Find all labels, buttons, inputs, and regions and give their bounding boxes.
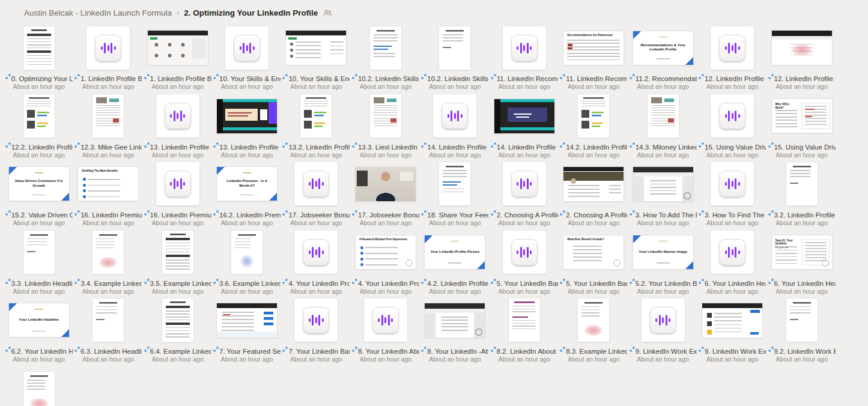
file-item[interactable]: Why VDCs Work? 15. Using Value Driven ..… xyxy=(767,91,836,159)
file-item[interactable]: 14. LinkedIn Profile Revi... About an ho… xyxy=(420,91,490,159)
file-item[interactable]: 12. LinkedIn Profile Revi... About an ho… xyxy=(767,23,836,91)
file-item[interactable]: What Else Should I Include? 5. Your Link… xyxy=(559,227,628,295)
audio-file-thumbnail[interactable] xyxy=(433,94,476,138)
file-item[interactable]: LinkedIn Premium - Is It Worth It? 16.2.… xyxy=(212,159,281,227)
slide-thumbnail[interactable]: Your LinkedIn Profile Picture xyxy=(425,235,485,269)
audio-file-thumbnail[interactable] xyxy=(156,162,199,205)
document-thumbnail[interactable] xyxy=(23,372,55,406)
file-item[interactable]: 2. Choosing A Profile Co... About an hou… xyxy=(559,159,628,227)
file-item[interactable] xyxy=(4,363,73,406)
audio-file-thumbnail[interactable] xyxy=(711,162,754,205)
file-item[interactable]: 3.6. Example LinkedIn Pr... About an hou… xyxy=(212,227,281,295)
file-item[interactable]: 9.2. LinkedIn Work Expe... About an hour… xyxy=(767,295,836,363)
file-item[interactable]: 10.2. Linkedin Skills & E... About an ho… xyxy=(351,23,420,91)
file-item[interactable]: 13.3. Liesl LinkedIn Profi... About an h… xyxy=(351,91,420,159)
file-item[interactable]: 18. Share Your Feedbac... About an hour … xyxy=(420,159,490,227)
audio-file-thumbnail[interactable] xyxy=(503,231,546,274)
document-thumbnail[interactable] xyxy=(786,162,818,205)
file-item[interactable]: 3.3. LinkedIn Headline K... About an hou… xyxy=(4,227,73,295)
file-item[interactable]: 12.2. LinkedIn Profile Re... About an ho… xyxy=(4,91,73,159)
document-thumbnail[interactable] xyxy=(162,298,193,342)
file-item[interactable]: 7. Your Featured Section... About an hou… xyxy=(212,295,281,363)
video-thumbnail[interactable] xyxy=(286,31,346,65)
file-item[interactable]: 14. LinkedIn Profile Revi... About an ho… xyxy=(490,91,559,159)
document-thumbnail[interactable] xyxy=(300,94,332,138)
video-thumbnail[interactable] xyxy=(563,167,624,201)
audio-file-thumbnail[interactable] xyxy=(711,94,754,138)
document-thumbnail[interactable] xyxy=(231,231,263,274)
file-item[interactable]: 8. Your LinkedIn About ... About an hour… xyxy=(351,295,420,363)
file-item[interactable]: Your LinkedIn Profile Picture 4.2. Linke… xyxy=(420,227,490,295)
document-thumbnail[interactable] xyxy=(439,26,470,70)
file-item[interactable]: A Research-Backed First Impression 4. Yo… xyxy=(351,227,420,295)
slide-thumbnail[interactable]: Your LinkedIn Banner Image xyxy=(633,235,693,269)
slide-thumbnail[interactable]: Recommendations & Your LinkedIn Profile xyxy=(633,31,693,65)
slide-thumbnail[interactable]: LinkedIn Premium - Is It Worth It? xyxy=(217,167,277,201)
file-item[interactable]: Your LinkedIn Banner Image 5.2. Your Lin… xyxy=(628,227,697,295)
document-thumbnail[interactable] xyxy=(578,94,609,138)
file-item[interactable]: 12.3. Mike Gee LinkedIn... About an hour… xyxy=(73,91,142,159)
document-thumbnail[interactable] xyxy=(93,298,124,342)
file-item[interactable]: Recommendations & Your LinkedIn Profile … xyxy=(628,23,697,91)
audio-file-thumbnail[interactable] xyxy=(364,298,407,342)
file-item[interactable]: 6.3. LinkedIn Headline K... About an hou… xyxy=(73,295,142,363)
file-item[interactable]: 10.2. Linkedin Skills & E... About an ho… xyxy=(420,23,490,91)
file-item[interactable]: 8. Your LinkedIn -About... About an hour… xyxy=(420,295,490,363)
file-item[interactable]: 13. LinkedIn Profile Revi... About an ho… xyxy=(143,91,212,159)
file-item[interactable]: Your LinkedIn Headline 6.2. Your LinkedI… xyxy=(4,295,73,363)
audio-file-thumbnail[interactable] xyxy=(503,26,546,70)
document-thumbnail[interactable] xyxy=(786,298,818,342)
file-item[interactable]: 10. Your Skills & Endors... About an hou… xyxy=(282,23,351,91)
file-item[interactable]: Recommendations Are References 11. Linke… xyxy=(559,23,628,91)
document-thumbnail[interactable] xyxy=(509,298,540,342)
document-thumbnail[interactable] xyxy=(23,231,55,274)
video-thumbnail[interactable] xyxy=(702,303,762,338)
file-item[interactable]: 4. Your LinkedIn Profile ... About an ho… xyxy=(282,227,351,295)
file-item[interactable]: 0. Optimizing Your Link... About an hour… xyxy=(4,23,73,91)
document-thumbnail[interactable] xyxy=(93,94,124,138)
file-item[interactable]: 11. LinkedIn Recommen... About an hour a… xyxy=(490,23,559,91)
file-item[interactable]: 9. LinkedIn Work Experi... About an hour… xyxy=(628,295,697,363)
video-thumbnail[interactable] xyxy=(772,31,832,65)
document-thumbnail[interactable] xyxy=(370,26,401,70)
file-item[interactable]: Step #1: Your Headline Keywords 6. Your … xyxy=(767,227,836,295)
file-item[interactable]: 17. Jobseeker Bonus - H... About an hour… xyxy=(282,159,351,227)
audio-file-thumbnail[interactable] xyxy=(156,94,199,138)
slide-thumbnail[interactable]: Step #1: Your Headline Keywords xyxy=(772,235,832,269)
file-item[interactable]: 14.3. Miloney LinkedIn P... About an hou… xyxy=(628,91,697,159)
video-thumbnail[interactable] xyxy=(633,167,693,201)
breadcrumb-parent-link[interactable]: Austin Belcak - LinkedIn Launch Formula xyxy=(24,8,172,17)
document-thumbnail[interactable] xyxy=(578,298,609,342)
file-item[interactable]: 3. How To Find The Righ... About an hour… xyxy=(697,159,766,227)
document-thumbnail[interactable] xyxy=(162,231,193,274)
file-item[interactable]: 6.4. Example LinkedIn H... About an hour… xyxy=(143,295,212,363)
file-item[interactable]: 1. LinkedIn Profile Basic... About an ho… xyxy=(73,23,142,91)
audio-file-thumbnail[interactable] xyxy=(711,231,754,274)
video-thumbnail[interactable] xyxy=(217,99,277,133)
video-thumbnail[interactable] xyxy=(494,99,554,133)
file-item[interactable]: 3.2. LinkedIn Profile Key... About an ho… xyxy=(767,159,836,227)
document-thumbnail[interactable] xyxy=(23,26,55,70)
file-item[interactable]: 14.2. LinkedIn Profile Re... About an ho… xyxy=(559,91,628,159)
slide-thumbnail[interactable]: A Research-Backed First Impression xyxy=(356,235,416,269)
slide-thumbnail[interactable]: Recommendations Are References xyxy=(563,31,624,65)
file-item[interactable]: 13.2. LinkedIn Profile Re... About an ho… xyxy=(282,91,351,159)
file-item[interactable]: Value-Driven Comments For Growth 15.2. V… xyxy=(4,159,73,227)
audio-file-thumbnail[interactable] xyxy=(86,26,130,70)
file-item[interactable]: 9. LinkedIn Work Experi... About an hour… xyxy=(697,295,766,363)
file-item[interactable]: 1. LinkedIn Profile Basic... About an ho… xyxy=(143,23,212,91)
document-thumbnail[interactable] xyxy=(648,94,679,138)
document-thumbnail[interactable] xyxy=(370,94,401,138)
audio-file-thumbnail[interactable] xyxy=(711,26,754,70)
file-item[interactable]: 3.5. Example LinkedIn H... About an hour… xyxy=(143,227,212,295)
file-item[interactable]: 12. LinkedIn Profile Revi... About an ho… xyxy=(697,23,766,91)
file-item[interactable]: 7. Your LinkedIn Banner ... About an hou… xyxy=(282,295,351,363)
document-thumbnail[interactable] xyxy=(93,231,124,274)
file-item[interactable]: 5. Your LinkedIn Banner ... About an hou… xyxy=(490,227,559,295)
slide-thumbnail[interactable]: Your LinkedIn Headline xyxy=(9,303,69,337)
file-item[interactable]: 16. LinkedIn Premium.m... About an hour … xyxy=(143,159,212,227)
slide-thumbnail[interactable]: Value-Driven Comments For Growth xyxy=(9,167,69,201)
members-icon[interactable] xyxy=(323,9,332,17)
video-thumbnail[interactable] xyxy=(425,303,485,338)
file-item[interactable]: 17. Jobseeker Bonus - H... About an hour… xyxy=(351,159,420,227)
